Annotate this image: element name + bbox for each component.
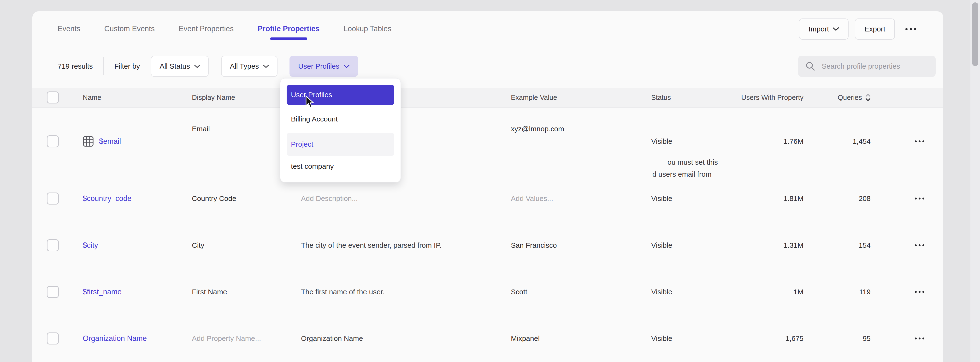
chevron-down-icon [344,65,350,68]
queries-value: 154 [859,241,871,249]
status-value: Visible [651,137,672,145]
select-all-checkbox[interactable] [47,91,59,104]
filter-bar: 719 results Filter by All Status All Typ… [57,56,935,77]
divider [103,57,104,75]
example-value-field[interactable]: Mixpanel [511,334,540,343]
property-name-link[interactable]: Organization Name [83,334,147,343]
results-count: 719 results [57,62,93,70]
menu-item-label: test company [291,162,334,171]
status-value: Visible [651,241,672,249]
tab-bar: Events Custom Events Event Properties Pr… [57,24,391,40]
property-name-link[interactable]: $first_name [83,288,122,296]
menu-item-billing-account[interactable]: Billing Account [286,109,394,129]
row-checkbox[interactable] [47,193,59,204]
table-row: $first_name First Name The first name of… [32,269,943,315]
row-checkbox[interactable] [47,136,59,147]
row-actions-button[interactable] [912,288,928,296]
column-header-example-value: Example Value [496,94,637,102]
example-value-field[interactable]: Scott [511,288,527,296]
row-actions-button[interactable] [912,334,928,343]
menu-item-user-profiles[interactable]: User Profiles [286,85,394,105]
chevron-down-icon [833,27,839,31]
scrollbar-track[interactable] [970,0,980,362]
row-actions-button[interactable] [912,241,928,250]
queries-value: 95 [863,334,871,343]
type-filter-dropdown[interactable]: All Types [221,56,277,77]
row-checkbox[interactable] [47,286,59,298]
display-name-field[interactable]: Country Code [192,195,236,203]
export-button[interactable]: Export [855,19,895,40]
table-row: $city City The city of the event sender,… [32,222,943,269]
search-input[interactable] [821,62,928,70]
import-label: Import [808,25,829,33]
users-with-property-value: 1M [794,288,803,296]
status-value: Visible [651,195,672,203]
row-actions-button[interactable] [912,194,928,203]
entity-filter-dropdown[interactable]: User Profiles [290,56,358,77]
menu-item-label: Billing Account [291,115,338,123]
properties-table: Name Display Name Example Value Status U… [32,88,943,362]
column-header-queries[interactable]: Queries [837,93,902,102]
type-filter-label: All Types [230,62,259,70]
tab-label: Events [57,24,80,34]
property-name-link[interactable]: $email [99,137,121,146]
display-name-field[interactable]: Email [192,125,210,133]
menu-item-test-company[interactable]: test company [286,156,394,177]
sort-icon[interactable] [865,93,871,102]
tab-events[interactable]: Events [57,24,80,40]
chevron-down-icon [263,65,269,68]
menu-item-project[interactable]: Project [286,133,394,156]
scrollbar-thumb[interactable] [972,2,978,66]
example-value-field[interactable]: San Francisco [511,241,557,249]
description-fragment: ou must set this [668,158,718,166]
property-name-link[interactable]: $country_code [83,194,131,203]
lookup-table-grid-icon [83,136,94,147]
description-fragment: d users email from [652,170,712,179]
tab-label: Profile Properties [258,24,320,34]
tab-custom-events[interactable]: Custom Events [104,24,155,40]
tab-profile-properties[interactable]: Profile Properties [258,24,320,40]
search-box [798,56,935,77]
description-field[interactable]: The first name of the user. [301,288,385,296]
display-name-field[interactable]: Add Property Name... [192,334,261,343]
description-field[interactable]: Organization Name [301,334,363,343]
description-field[interactable]: The city of the event sender, parsed fro… [301,241,442,249]
entity-filter-label: User Profiles [298,62,339,70]
more-actions-button[interactable] [901,19,921,39]
row-checkbox[interactable] [47,332,59,344]
column-header-display-name: Display Name [178,94,286,102]
row-checkbox[interactable] [47,239,59,251]
column-header-name: Name [68,94,178,102]
tab-lookup-tables[interactable]: Lookup Tables [344,24,391,40]
queries-value: 208 [859,195,871,203]
status-value: Visible [651,288,672,296]
example-value-field[interactable]: Add Values... [511,195,553,203]
content-card: Events Custom Events Event Properties Pr… [32,11,943,362]
tab-event-properties[interactable]: Event Properties [179,24,234,40]
description-field[interactable]: Add Description... [301,195,358,203]
column-header-users-with-property: Users With Property [717,94,837,102]
table-row: Organization Name Add Property Name... O… [32,315,943,362]
import-button[interactable]: Import [799,19,849,40]
table-row: $country_code Country Code Add Descripti… [32,175,943,222]
status-filter-dropdown[interactable]: All Status [151,56,208,77]
tab-label: Custom Events [104,24,155,34]
users-with-property-value: 1.81M [784,195,803,203]
table-row: $email Email ou must set this d users em… [32,108,943,175]
property-name-link[interactable]: $city [83,241,98,250]
display-name-field[interactable]: City [192,241,204,249]
users-with-property-value: 1.31M [784,241,803,249]
tab-label: Event Properties [179,24,234,34]
users-with-property-value: 1.76M [784,137,803,145]
display-name-field[interactable]: First Name [192,288,227,296]
table-header-row: Name Display Name Example Value Status U… [32,88,943,108]
menu-item-label: Project [291,140,313,148]
chevron-down-icon [194,65,200,68]
status-value: Visible [651,334,672,343]
example-value-field[interactable]: xyz@lmnop.com [511,125,564,133]
menu-item-label: User Profiles [291,91,332,99]
filter-by-label: Filter by [115,62,140,70]
row-actions-button[interactable] [912,137,928,146]
tab-label: Lookup Tables [344,24,391,34]
queries-value: 119 [859,288,871,296]
